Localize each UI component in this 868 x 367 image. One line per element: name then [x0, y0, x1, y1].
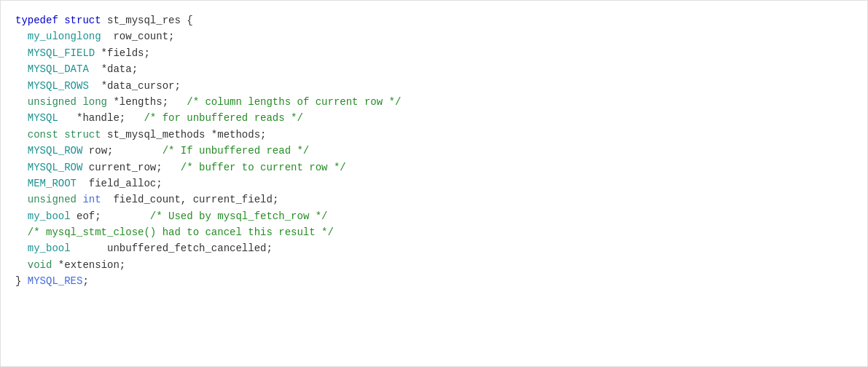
field-data: *data;	[89, 61, 138, 77]
field-field-alloc: field_alloc;	[77, 175, 163, 192]
field-current-row: current_row;	[82, 159, 180, 175]
keyword-int: int	[82, 192, 101, 208]
keyword-void: void	[15, 257, 52, 273]
field-row-count: row_count;	[101, 28, 175, 44]
type-mysql-field: MYSQL_FIELD	[15, 45, 95, 61]
comment-lengths: /* column lengths of current row */	[187, 94, 401, 110]
field-extension: *extension;	[52, 257, 125, 273]
space-2	[21, 273, 27, 289]
code-line-2: my_ulonglong row_count;	[15, 28, 853, 44]
comment-row: /* If unbuffered read */	[163, 143, 310, 159]
field-methods: st_mysql_methods *methods;	[101, 127, 267, 143]
field-fields: *fields;	[95, 45, 150, 61]
code-line-7: MYSQL *handle; /* for unbuffered reads *…	[15, 110, 853, 126]
field-handle: *handle;	[58, 110, 144, 126]
code-line-16: void *extension;	[15, 257, 853, 273]
type-mem-root: MEM_ROOT	[15, 175, 77, 192]
type-my-bool-2: my_bool	[15, 240, 71, 256]
semicolon: ;	[82, 273, 88, 289]
code-line-1: typedef struct st_mysql_res {	[15, 12, 853, 28]
comment-current-row: /* buffer to current row */	[181, 159, 346, 175]
code-line-12: unsigned int field_count, current_field;	[15, 192, 853, 208]
code-line-8: const struct st_mysql_methods *methods;	[15, 127, 853, 143]
type-mysql-row-2: MYSQL_ROW	[15, 159, 82, 175]
comment-handle: /* for unbuffered reads */	[144, 110, 302, 126]
code-line-10: MYSQL_ROW current_row; /* buffer to curr…	[15, 159, 853, 175]
code-line-4: MYSQL_DATA *data;	[15, 61, 853, 77]
type-my-bool-1: my_bool	[15, 208, 71, 224]
keyword-typedef: typedef	[15, 12, 58, 28]
code-line-3: MYSQL_FIELD *fields;	[15, 45, 853, 61]
field-data-cursor: *data_cursor;	[89, 78, 181, 94]
code-line-13: my_bool eof; /* Used by mysql_fetch_row …	[15, 208, 853, 224]
type-mysql-row-1: MYSQL_ROW	[15, 143, 82, 159]
comment-stmt-close: /* mysql_stmt_close() had to cancel this…	[15, 224, 334, 240]
code-line-5: MYSQL_ROWS *data_cursor;	[15, 78, 853, 94]
keyword-unsigned: unsigned	[15, 192, 77, 208]
field-lengths: *lengths;	[107, 94, 187, 110]
keyword-unsigned-long: unsigned long	[15, 94, 107, 110]
code-line-14: /* mysql_stmt_close() had to cancel this…	[15, 224, 853, 240]
space-1	[77, 192, 82, 208]
closing-brace: }	[15, 273, 21, 289]
code-line-15: my_bool unbuffered_fetch_cancelled;	[15, 240, 853, 256]
type-my-ulonglong: my_ulonglong	[15, 28, 101, 44]
field-field-count: field_count, current_field;	[101, 192, 279, 208]
type-mysql-rows: MYSQL_ROWS	[15, 78, 89, 94]
code-line-9: MYSQL_ROW row; /* If unbuffered read */	[15, 143, 853, 159]
field-row: row;	[82, 143, 162, 159]
type-mysql: MYSQL	[15, 110, 58, 126]
type-mysql-data: MYSQL_DATA	[15, 61, 89, 77]
type-mysql-res: MYSQL_RES	[28, 273, 83, 289]
code-line-6: unsigned long *lengths; /* column length…	[15, 94, 853, 110]
struct-name: st_mysql_res {	[101, 12, 193, 28]
code-viewer: typedef struct st_mysql_res { my_ulonglo…	[0, 0, 868, 367]
keyword-const-struct: const struct	[15, 127, 101, 143]
comment-eof: /* Used by mysql_fetch_row */	[150, 208, 328, 224]
code-line-17: } MYSQL_RES ;	[15, 273, 853, 289]
keyword-struct: struct	[58, 12, 101, 28]
field-eof: eof;	[71, 208, 150, 224]
code-line-11: MEM_ROOT field_alloc;	[15, 175, 853, 192]
field-unbuffered: unbuffered_fetch_cancelled;	[71, 240, 273, 256]
